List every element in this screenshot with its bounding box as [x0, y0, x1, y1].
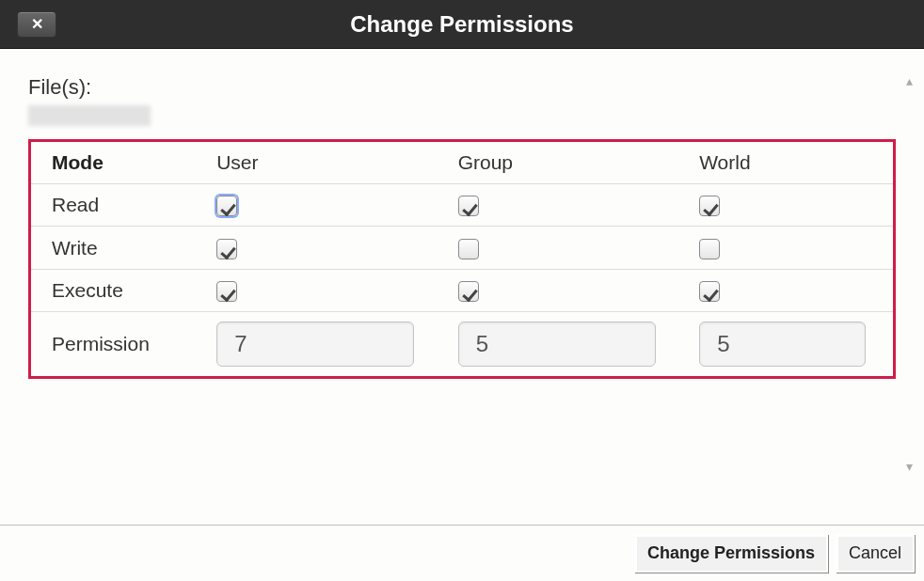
label-read: Read — [31, 184, 203, 227]
checkbox-read-world[interactable] — [699, 196, 720, 216]
checkbox-write-user[interactable] — [216, 239, 237, 259]
checkbox-execute-world[interactable] — [699, 281, 720, 302]
row-write: Write — [31, 227, 893, 269]
cancel-button[interactable]: Cancel — [836, 534, 915, 573]
dialog-titlebar: ✕ Change Permissions — [0, 0, 924, 49]
checkbox-read-user[interactable] — [216, 196, 237, 216]
checkbox-write-world[interactable] — [699, 239, 720, 259]
header-group: Group — [445, 142, 686, 184]
permissions-highlight-box: Mode User Group World Read Write Execute — [28, 139, 896, 379]
checkbox-read-group[interactable] — [458, 196, 479, 216]
files-label: File(s): — [28, 75, 896, 100]
header-mode: Mode — [31, 142, 203, 184]
row-execute: Execute — [31, 269, 893, 311]
header-world: World — [686, 142, 893, 184]
checkbox-execute-group[interactable] — [458, 281, 479, 302]
dialog-title: Change Permissions — [0, 11, 924, 38]
close-button[interactable]: ✕ — [17, 11, 56, 38]
dialog-footer: Change Permissions Cancel — [0, 525, 924, 581]
label-execute: Execute — [31, 269, 203, 311]
permissions-table: Mode User Group World Read Write Execute — [31, 142, 893, 376]
close-icon: ✕ — [31, 15, 43, 33]
header-user: User — [203, 142, 444, 184]
change-permissions-button[interactable]: Change Permissions — [634, 534, 828, 573]
permission-group-input[interactable] — [458, 322, 656, 367]
files-list-redacted — [28, 105, 151, 126]
scroll-up-icon[interactable]: ▴ — [900, 71, 918, 90]
row-read: Read — [31, 184, 893, 227]
permission-user-input[interactable] — [216, 322, 414, 367]
row-permission: Permission — [31, 312, 893, 377]
label-permission: Permission — [31, 312, 203, 377]
checkbox-write-group[interactable] — [458, 239, 479, 259]
label-write: Write — [31, 227, 203, 269]
checkbox-execute-user[interactable] — [216, 281, 237, 302]
permission-world-input[interactable] — [699, 322, 866, 367]
dialog-content: File(s): Mode User Group World Read Writ… — [0, 49, 924, 388]
scroll-down-icon[interactable]: ▾ — [900, 457, 918, 476]
table-header-row: Mode User Group World — [31, 142, 893, 184]
